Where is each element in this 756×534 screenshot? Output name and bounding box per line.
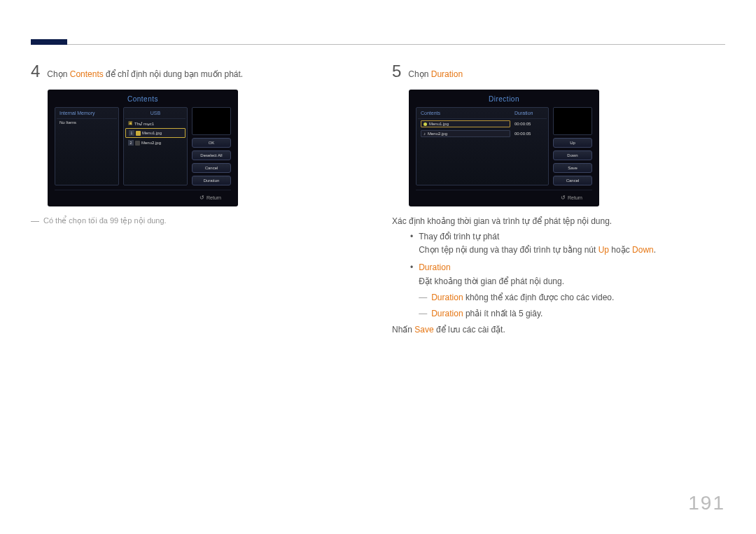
dot-icon xyxy=(424,122,427,126)
keyword-duration: Duration xyxy=(431,309,463,318)
direction-panel: Direction Contents Duration Menu1.jpg 00… xyxy=(409,90,599,206)
bullet-2: • Duration Đặt khoảng thời gian để phát … xyxy=(410,261,725,321)
text: Chọn tệp nội dung và thay đổi trình tự b… xyxy=(419,245,598,255)
col-header: Internal Memory xyxy=(57,109,117,119)
down-button[interactable]: Down xyxy=(553,150,592,160)
sub-item-2: ― Duration phải ít nhất là 5 giây. xyxy=(419,307,614,321)
bullet-list: • Thay đổi trình tự phát Chọn tệp nội du… xyxy=(392,230,725,321)
col-header: USB xyxy=(125,109,186,119)
bullet-title: Thay đổi trình tự phát xyxy=(419,232,499,241)
dash: ― xyxy=(419,307,427,321)
checkbox-icon xyxy=(135,141,140,146)
step-number: 5 xyxy=(392,63,401,80)
file-row-selected[interactable]: 1 Menu1.jpg xyxy=(125,128,186,138)
text: để chỉ định nội dung bạn muốn phát. xyxy=(104,69,243,79)
checkbox-icon xyxy=(136,131,141,136)
bullet-title: Duration xyxy=(419,262,450,272)
folder-name: Thư mục1 xyxy=(134,121,154,126)
contents-cell: ♪ Menu2.jpg xyxy=(421,130,510,137)
panel-body: Internal Memory No Items USB ▣ Thư mục1 … xyxy=(48,107,238,190)
cancel-button[interactable]: Cancel xyxy=(553,176,592,185)
deselect-button[interactable]: Deselect All xyxy=(192,150,231,160)
return-label: Return xyxy=(568,195,582,200)
left-column: 4 Chọn Contents để chỉ định nội dung bạn… xyxy=(31,63,364,335)
speaker-icon: ♪ xyxy=(424,132,426,136)
file-name: Menu2.jpg xyxy=(428,132,447,136)
list-header: Contents Duration xyxy=(418,109,547,119)
text: Chọn xyxy=(47,69,69,79)
ok-button[interactable]: OK xyxy=(192,138,231,148)
keyword-duration: Duration xyxy=(431,69,463,79)
preview-box xyxy=(553,107,592,135)
sub-item-1: ― Duration không thể xác định được cho c… xyxy=(419,291,614,304)
rest: phải ít nhất là 5 giây. xyxy=(463,309,543,318)
bullet-1: • Thay đổi trình tự phát Chọn tệp nội du… xyxy=(410,230,725,257)
keyword-up: Up xyxy=(598,245,609,255)
step-4: 4 Chọn Contents để chỉ định nội dung bạn… xyxy=(31,63,364,80)
right-buttons: OK Deselect All Cancel Duration xyxy=(192,107,231,185)
file-row[interactable]: 2 Menu2.jpg xyxy=(125,139,186,147)
hdr-contents: Contents xyxy=(421,111,514,115)
duration-button[interactable]: Duration xyxy=(192,176,231,185)
note-text: Có thể chọn tối đa 99 tệp nội dung. xyxy=(43,216,167,226)
return-bar[interactable]: ↺Return xyxy=(416,190,592,206)
text: Duration không thể xác định được cho các… xyxy=(431,291,614,304)
page-number: 191 xyxy=(688,492,725,514)
contents-cell: Menu1.jpg xyxy=(421,120,510,127)
note-line: ― Có thể chọn tối đa 99 tệp nội dung. xyxy=(31,216,364,226)
content-columns: 4 Chọn Contents để chỉ định nội dung bạn… xyxy=(31,63,725,335)
index: 1 xyxy=(129,130,134,136)
return-icon: ↺ xyxy=(200,195,204,201)
return-label: Return xyxy=(206,195,221,200)
bullet-dot: • xyxy=(410,230,413,257)
text: hoặc xyxy=(609,245,632,255)
step-text: Chọn Duration xyxy=(408,65,463,79)
keyword-contents: Contents xyxy=(70,69,104,79)
dash: ― xyxy=(419,291,427,304)
text: Nhấn xyxy=(392,325,414,335)
keyword-duration: Duration xyxy=(431,293,463,302)
bullet-body: Duration Đặt khoảng thời gian để phát nộ… xyxy=(419,261,614,321)
header-rule xyxy=(31,44,725,45)
save-button[interactable]: Save xyxy=(553,163,592,173)
preview-box xyxy=(192,107,231,135)
direction-list: Contents Duration Menu1.jpg 00:00:05 ♪ xyxy=(416,107,549,185)
keyword-save: Save xyxy=(414,325,433,335)
panel-body: Contents Duration Menu1.jpg 00:00:05 ♪ xyxy=(409,107,599,190)
usb-col: USB ▣ Thư mục1 1 Menu1.jpg 2 Menu2.jpg xyxy=(123,107,188,185)
folder-icon: ▣ xyxy=(128,120,133,126)
hdr-duration: Duration xyxy=(514,111,544,115)
step-number: 4 xyxy=(31,63,40,80)
panel-title: Direction xyxy=(409,90,599,107)
text: Đặt khoảng thời gian để phát nội dung. xyxy=(419,276,564,286)
index: 2 xyxy=(128,140,134,146)
file-name: Menu1.jpg xyxy=(429,122,449,126)
text: . xyxy=(654,245,656,255)
step-5: 5 Chọn Duration xyxy=(392,63,725,80)
up-button[interactable]: Up xyxy=(553,138,592,148)
keyword-down: Down xyxy=(632,245,654,255)
return-bar[interactable]: ↺Return xyxy=(55,190,231,206)
step-text: Chọn Contents để chỉ định nội dung bạn m… xyxy=(47,65,243,79)
file-name: Menu2.jpg xyxy=(141,141,161,145)
return-icon: ↺ xyxy=(561,195,566,201)
list-row[interactable]: ♪ Menu2.jpg 00:00:05 xyxy=(418,129,547,139)
right-column: 5 Chọn Duration Direction Contents Durat… xyxy=(392,63,725,335)
list-row[interactable]: Menu1.jpg 00:00:05 xyxy=(418,119,547,129)
cancel-button[interactable]: Cancel xyxy=(192,163,231,173)
duration-cell: 00:00:05 xyxy=(514,122,544,126)
panel-title: Contents xyxy=(48,90,238,107)
right-buttons: Up Down Save Cancel xyxy=(553,107,592,185)
duration-cell: 00:00:05 xyxy=(514,132,544,136)
no-items: No Items xyxy=(57,119,117,126)
tail-text: Nhấn Save để lưu các cài đặt. xyxy=(392,321,725,335)
bullet-dot: • xyxy=(410,261,413,321)
rest: không thể xác định được cho các video. xyxy=(463,293,615,302)
folder-row[interactable]: ▣ Thư mục1 xyxy=(125,119,186,127)
text: Chọn xyxy=(408,69,430,79)
text: Duration phải ít nhất là 5 giây. xyxy=(431,307,542,321)
file-name: Menu1.jpg xyxy=(142,131,162,135)
text: để lưu các cài đặt. xyxy=(434,325,505,335)
bullet-body: Thay đổi trình tự phát Chọn tệp nội dung… xyxy=(419,230,656,257)
dash: ― xyxy=(31,216,39,226)
